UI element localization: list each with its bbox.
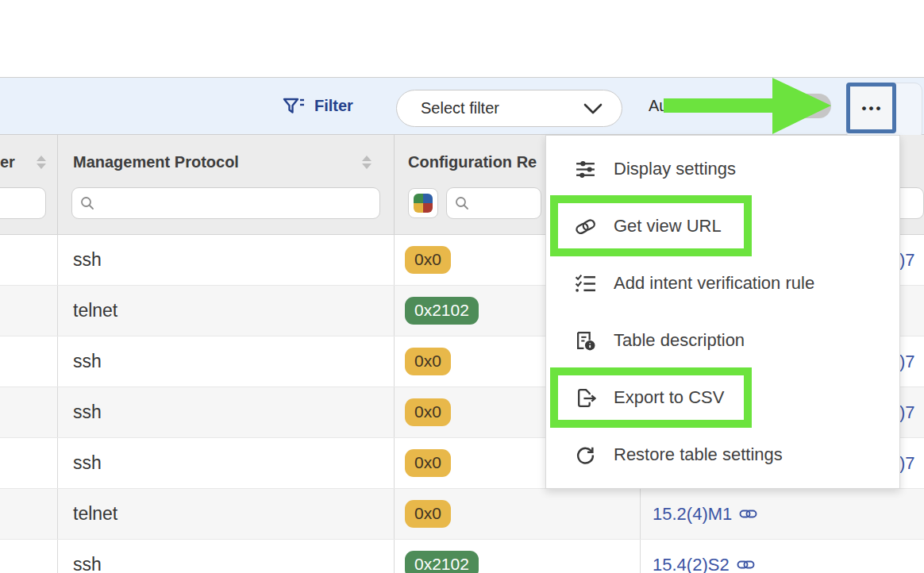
restore-icon	[575, 444, 596, 466]
column-search	[0, 187, 46, 219]
filter-funnel-icon	[283, 97, 305, 116]
filter-button[interactable]: Filter	[283, 78, 353, 134]
annotation-highlight-get-view-url	[550, 195, 752, 256]
more-options-icon: •••	[860, 102, 884, 115]
filter-button-label: Filter	[314, 97, 353, 115]
menu-item-label: Add intent verification rule	[614, 273, 814, 294]
sliders-icon	[575, 159, 596, 180]
link-icon[interactable]	[739, 507, 757, 521]
search-icon	[80, 196, 94, 210]
menu-item-label: Display settings	[614, 159, 736, 179]
protocol-cell: telnet	[58, 489, 395, 539]
column-title: Management Protocol	[73, 153, 239, 171]
config-register-badge: 0x0	[405, 449, 451, 476]
sort-icon[interactable]	[37, 156, 46, 169]
config-register-badge: 0x0	[405, 246, 451, 273]
table-header-truncated: er	[0, 135, 58, 234]
annotation-highlight-export-to-csv	[550, 367, 752, 428]
table-header-management-protocol: Management Protocol	[58, 135, 395, 234]
config-register-badge: 0x0	[405, 348, 451, 375]
protocol-cell: telnet	[58, 286, 395, 336]
menu-item-label: Table description	[614, 330, 745, 351]
protocol-cell: ssh	[58, 235, 395, 285]
search-icon	[455, 196, 469, 210]
column-search	[446, 187, 541, 219]
table-description-icon	[575, 330, 596, 352]
os-version-link[interactable]: 15.2(4)M1	[653, 504, 732, 525]
protocol-cell: ssh	[58, 336, 395, 386]
column-title: Configuration Re	[408, 153, 537, 171]
column-search-input[interactable]	[101, 195, 372, 212]
column-title: er	[0, 153, 15, 171]
os-version-link[interactable]: )7	[899, 250, 915, 271]
table-row: telnet 0x0 15.2(4)M1	[0, 489, 924, 540]
os-version-link[interactable]: )7	[899, 402, 915, 423]
select-filter-dropdown[interactable]: Select filter	[396, 90, 622, 127]
app-screen: Filter Select filter Auto size i ••• er	[0, 0, 924, 573]
table-row: ssh 0x2102 15.4(2)S2	[0, 540, 924, 573]
config-register-badge: 0x0	[405, 398, 451, 425]
protocol-cell: ssh	[58, 387, 395, 437]
config-register-badge: 0x2102	[405, 551, 479, 573]
more-options-button[interactable]: •••	[846, 83, 896, 133]
color-filter-button[interactable]	[408, 188, 438, 218]
sort-icon[interactable]	[362, 156, 372, 169]
menu-item-table-description[interactable]: Table description	[546, 312, 899, 369]
checklist-icon	[575, 273, 596, 294]
column-search-input[interactable]	[475, 195, 533, 212]
menu-item-label: Restore table settings	[614, 444, 783, 465]
annotation-arrow	[664, 76, 832, 136]
os-version-link[interactable]: 15.4(2)S2	[653, 555, 730, 573]
more-options-menu: Display settings Get view URL Add intent…	[545, 135, 900, 489]
menu-item-restore-table-settings[interactable]: Restore table settings	[546, 426, 899, 483]
link-icon[interactable]	[737, 558, 755, 571]
chevron-down-icon	[583, 103, 603, 114]
color-palette-icon	[414, 194, 433, 213]
protocol-cell: ssh	[58, 438, 395, 488]
os-version-link[interactable]: )7	[899, 453, 915, 474]
select-filter-value: Select filter	[421, 99, 499, 117]
protocol-cell: ssh	[58, 540, 395, 573]
config-register-badge: 0x0	[405, 500, 451, 527]
menu-item-display-settings[interactable]: Display settings	[546, 140, 899, 198]
column-search	[71, 187, 380, 219]
menu-item-add-intent-verification-rule[interactable]: Add intent verification rule	[546, 255, 899, 312]
column-search-input[interactable]	[0, 195, 37, 212]
os-version-link[interactable]: )7	[899, 352, 915, 372]
config-register-badge: 0x2102	[405, 297, 479, 324]
